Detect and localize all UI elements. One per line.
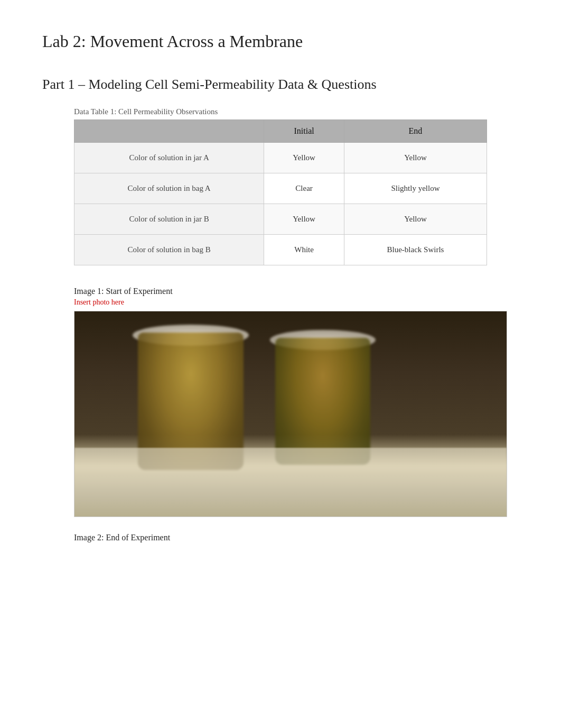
table-cell-initial-3: Yellow: [264, 204, 344, 235]
table-cell-initial-2: Clear: [264, 173, 344, 204]
image1-section: Image 1: Start of Experiment Insert phot…: [74, 287, 487, 517]
image2-caption: Image 2: End of Experiment: [74, 533, 487, 542]
table-row: Color of solution in jar B Yellow Yellow: [74, 204, 487, 235]
insert-photo-text: Insert photo here: [74, 298, 487, 307]
part1-title: Part 1 – Modeling Cell Semi-Permeability…: [42, 77, 519, 93]
table-cell-initial-4: White: [264, 235, 344, 265]
table-cell-end-4: Blue-black Swirls: [344, 235, 487, 265]
table-cell-end-1: Yellow: [344, 143, 487, 173]
data-table: Initial End Color of solution in jar A Y…: [74, 119, 487, 265]
data-table-wrapper: Initial End Color of solution in jar A Y…: [74, 119, 487, 265]
table-cell-label-3: Color of solution in jar B: [74, 204, 264, 235]
jar-right: [275, 338, 370, 465]
table-caption: Data Table 1: Cell Permeability Observat…: [74, 107, 519, 116]
table-header-end: End: [344, 120, 487, 143]
jar-scene: [74, 311, 507, 517]
table-cell-label-4: Color of solution in bag B: [74, 235, 264, 265]
paper-base: [74, 448, 507, 517]
image1-caption: Image 1: Start of Experiment: [74, 287, 487, 296]
table-cell-end-2: Slightly yellow: [344, 173, 487, 204]
page-title: Lab 2: Movement Across a Membrane: [42, 32, 519, 51]
table-header-empty: [74, 120, 264, 143]
table-cell-label-2: Color of solution in bag A: [74, 173, 264, 204]
table-row: Color of solution in jar A Yellow Yellow: [74, 143, 487, 173]
table-row: Color of solution in bag B White Blue-bl…: [74, 235, 487, 265]
table-cell-end-3: Yellow: [344, 204, 487, 235]
table-cell-label-1: Color of solution in jar A: [74, 143, 264, 173]
experiment-image: [74, 311, 507, 517]
table-row: Color of solution in bag A Clear Slightl…: [74, 173, 487, 204]
table-header-initial: Initial: [264, 120, 344, 143]
table-cell-initial-1: Yellow: [264, 143, 344, 173]
image2-section: Image 2: End of Experiment: [74, 533, 487, 542]
